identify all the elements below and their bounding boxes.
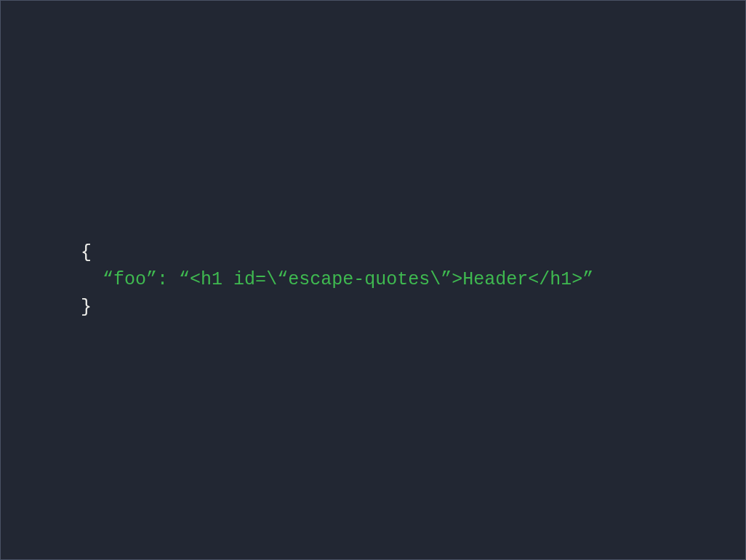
json-key-close: ” [146,269,157,290]
indent [81,269,103,290]
escape-backslash-2: \ [430,269,441,290]
json-val-close: ” [582,269,593,290]
escape-backslash-1: \ [266,269,277,290]
json-val-p2: “escape-quotes [277,269,430,290]
json-val-p3: ”>Header</h1> [441,269,582,290]
open-brace: { [81,242,92,263]
json-val-open: “ [179,269,190,290]
json-key-open: “ [103,269,113,290]
json-key: foo [113,269,146,290]
json-colon: : [157,269,179,290]
json-val-p1: <h1 id= [190,269,266,290]
close-brace: } [81,297,92,318]
code-snippet: { “foo”: “<h1 id=\“escape-quotes\”>Heade… [81,239,593,321]
